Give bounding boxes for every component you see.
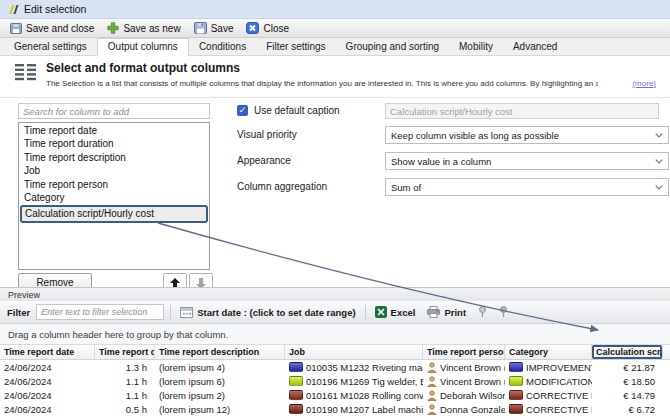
cell-category-text: MODIFICATION/... [526, 376, 592, 387]
close-button[interactable]: Close [241, 21, 297, 35]
excel-icon [375, 306, 387, 318]
visual-priority-select[interactable]: Keep column visible as long as possible [385, 126, 669, 144]
visual-priority-value: Keep column visible as long as possible [391, 130, 559, 141]
group-by-hint: Drag a column header here to group by th… [8, 329, 228, 340]
tab-filter-settings[interactable]: Filter settings [256, 39, 335, 55]
column-aggregation-select[interactable]: Sum of [385, 178, 669, 196]
cell-job-text: 010035 M1232 Riveting machi... [306, 362, 423, 373]
excel-label: Excel [391, 307, 416, 318]
save-and-close-label: Save and close [26, 23, 94, 34]
tab-grouping-and-sorting[interactable]: Grouping and sorting [336, 39, 449, 55]
table-row-4[interactable]: 24/06/20240.5 h(lorem ipsum 12)010190 M1… [0, 402, 670, 416]
column-header-time-report-date[interactable]: Time report date [0, 345, 95, 359]
tab-output-columns[interactable]: Output columns [97, 38, 189, 56]
cell-person-text: Deborah Wilson (... [440, 390, 505, 401]
tab-advanced[interactable]: Advanced [503, 39, 567, 55]
list-item-job[interactable]: Job [19, 164, 209, 177]
cell-person: Deborah Wilson (... [423, 390, 505, 401]
close-label: Close [263, 23, 289, 34]
cell-description-text: (lorem ipsum 4) [159, 362, 225, 373]
excel-export-button[interactable]: Excel [372, 305, 419, 319]
chevron-down-icon [655, 185, 663, 190]
cell-duration: 1.3 h [95, 362, 155, 373]
cell-description-text: (lorem ipsum 2) [159, 390, 225, 401]
person-icon [427, 362, 437, 373]
cell-duration-text: 1.1 h [126, 376, 147, 387]
save-as-new-button[interactable]: Save as new [102, 21, 188, 35]
cell-category: CORRECTIVE MA... [505, 404, 592, 415]
tab-general-settings[interactable]: General settings [4, 39, 97, 55]
tab-conditions[interactable]: Conditions [189, 39, 256, 55]
pin-button-2[interactable] [496, 305, 511, 319]
cell-amount: € 21.87 [592, 362, 663, 373]
cell-person-text: Donna Gonzalez (... [440, 404, 505, 415]
start-date-label: Start date : (click to set date range) [197, 307, 355, 318]
color-swatch [509, 404, 523, 414]
cell-description: (lorem ipsum 12) [155, 404, 285, 415]
save-label: Save [211, 23, 234, 34]
cell-amount-text: € 6.72 [629, 404, 655, 415]
cell-job-text: 010161 M1028 Rolling convey... [306, 390, 423, 401]
cell-category-text: CORRECTIVE MA... [526, 390, 592, 401]
appearance-label: Appearance [237, 155, 291, 166]
column-listbox: Time report dateTime report durationTime… [18, 122, 210, 270]
save-and-close-icon [9, 22, 22, 34]
table-row-1[interactable]: 24/06/20241.3 h(lorem ipsum 4)010035 M12… [0, 360, 670, 374]
list-item-calculation-script-hourly-cost[interactable]: Calculation script/Hourly cost [20, 205, 208, 223]
cell-description: (lorem ipsum 2) [155, 390, 285, 401]
close-icon [246, 22, 259, 34]
cell-duration: 1.1 h [95, 390, 155, 401]
save-button[interactable]: Save [189, 21, 242, 35]
column-header-time-report-description[interactable]: Time report description [155, 345, 285, 359]
column-header-time-report-person[interactable]: Time report person [423, 345, 505, 359]
list-item-category[interactable]: Category [19, 191, 209, 204]
print-button[interactable]: Print [424, 305, 469, 319]
cell-job-text: 010190 M1207 Label machine, ... [306, 404, 423, 415]
save-and-close-button[interactable]: Save and close [4, 21, 102, 35]
cell-description-text: (lorem ipsum 12) [159, 404, 230, 415]
cell-category: IMPROVEMENT ... [505, 362, 592, 373]
cell-amount-text: € 14.79 [623, 390, 655, 401]
person-icon [427, 404, 437, 415]
color-swatch [289, 390, 303, 400]
cell-duration-text: 0.5 h [126, 404, 147, 415]
search-input[interactable] [18, 103, 210, 119]
caption-field[interactable] [385, 103, 659, 119]
group-by-bar[interactable]: Drag a column header here to group by th… [0, 324, 670, 345]
list-item-time-report-description[interactable]: Time report description [19, 151, 209, 164]
table-row-2[interactable]: 24/06/20241.1 h(lorem ipsum 6)010196 M12… [0, 374, 670, 388]
chevron-down-icon [655, 133, 663, 138]
filter-label: Filter [7, 307, 30, 318]
column-header-calculation-scr[interactable]: Calculation scr... [592, 345, 663, 359]
preview-filter-toolbar: Filter Start date : (click to set date r… [0, 301, 670, 324]
appearance-select[interactable]: Show value in a column [385, 152, 669, 170]
cell-date: 24/06/2024 [0, 404, 95, 415]
visual-priority-label: Visual priority [237, 129, 297, 140]
pin-icon [478, 306, 487, 318]
cell-duration-text: 1.1 h [126, 390, 147, 401]
list-item-time-report-date[interactable]: Time report date [19, 124, 209, 137]
cell-date-text: 24/06/2024 [4, 362, 52, 373]
more-link[interactable]: (more) [632, 79, 656, 88]
cell-category: MODIFICATION/... [505, 376, 592, 387]
pin-button-1[interactable] [475, 305, 490, 319]
list-item-time-report-person[interactable]: Time report person [19, 178, 209, 191]
cell-date-text: 24/06/2024 [4, 376, 52, 387]
printer-icon [427, 306, 440, 318]
cell-date: 24/06/2024 [0, 376, 95, 387]
start-date-button[interactable]: Start date : (click to set date range) [177, 306, 358, 319]
column-header-job[interactable]: Job [285, 345, 423, 359]
list-item-time-report-duration[interactable]: Time report duration [19, 137, 209, 150]
save-as-new-label: Save as new [123, 23, 180, 34]
use-default-caption-checkbox[interactable]: ✓ [237, 105, 248, 116]
cell-date: 24/06/2024 [0, 362, 95, 373]
cell-date-text: 24/06/2024 [4, 390, 52, 401]
tab-mobility[interactable]: Mobility [449, 39, 503, 55]
column-header-time-report-du[interactable]: Time report du... [95, 345, 155, 359]
filter-input[interactable] [36, 304, 164, 320]
pin-icon [499, 306, 508, 318]
table-row-3[interactable]: 24/06/20241.1 h(lorem ipsum 2)010161 M10… [0, 388, 670, 402]
column-header-category[interactable]: Category [505, 345, 592, 359]
color-swatch [509, 390, 523, 400]
cell-duration-text: 1.3 h [126, 362, 147, 373]
